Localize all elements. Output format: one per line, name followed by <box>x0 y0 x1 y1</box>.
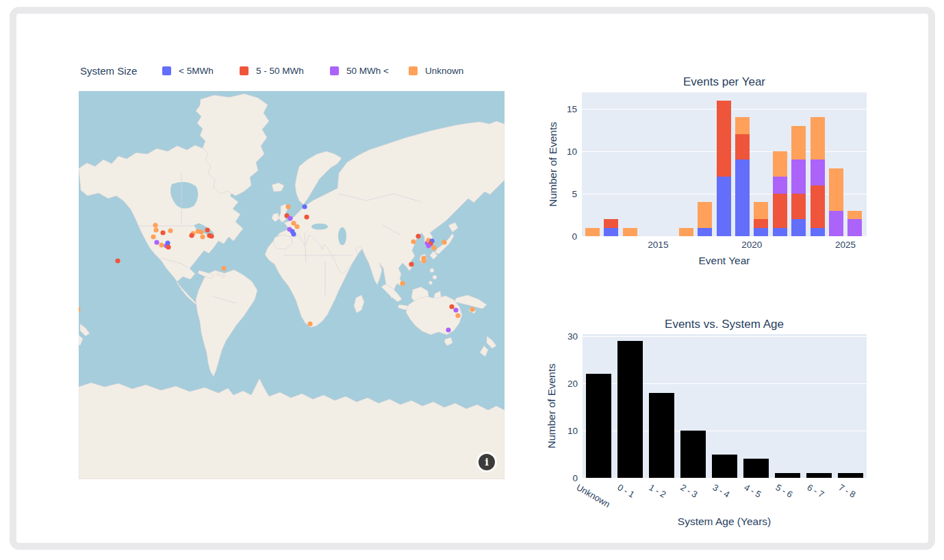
bar-segment-2024[interactable] <box>829 168 843 211</box>
info-icon[interactable]: i <box>479 454 495 470</box>
bar-segment-2025[interactable] <box>847 211 862 219</box>
events-per-year-plot-area[interactable] <box>582 92 867 236</box>
bar-segment-2013[interactable] <box>623 228 637 236</box>
x-axis-title: System Age (Years) <box>553 516 895 528</box>
bar-segment-2017[interactable] <box>698 202 712 227</box>
event-marker[interactable] <box>431 245 436 250</box>
legend-item-5-50mwh[interactable]: 5 - 50 MWh <box>240 66 304 76</box>
bar-segment-2023[interactable] <box>811 160 825 185</box>
bar-3 - 4[interactable] <box>712 455 737 478</box>
bar-segment-2020[interactable] <box>754 202 768 219</box>
bar-segment-2021[interactable] <box>773 177 787 194</box>
bar-0 - 1[interactable] <box>617 341 643 478</box>
event-marker[interactable] <box>453 307 458 312</box>
bar-segment-2022[interactable] <box>791 219 806 236</box>
y-tick-label: 20 <box>550 379 578 389</box>
event-marker[interactable] <box>199 229 203 234</box>
bar-segment-2024[interactable] <box>829 211 843 236</box>
event-marker[interactable] <box>221 266 226 270</box>
bar-segment-2023[interactable] <box>811 186 825 228</box>
bar-Unknown[interactable] <box>586 374 611 478</box>
event-marker[interactable] <box>288 216 292 220</box>
bar-segment-2022[interactable] <box>791 160 806 194</box>
event-marker[interactable] <box>455 313 460 318</box>
event-marker[interactable] <box>159 242 164 247</box>
event-marker[interactable] <box>449 304 454 309</box>
bar-segment-2018[interactable] <box>717 177 731 236</box>
event-marker[interactable] <box>168 228 173 233</box>
bar-segment-2012[interactable] <box>604 219 618 227</box>
chart-title: Events per Year <box>553 75 895 89</box>
legend-item-lt5mwh[interactable]: < 5MWh <box>162 66 214 76</box>
x-axis-title: Event Year <box>553 255 895 267</box>
bar-segment-2016[interactable] <box>679 228 693 236</box>
bar-1 - 2[interactable] <box>649 393 674 478</box>
bar-segment-2025[interactable] <box>847 219 862 236</box>
event-marker[interactable] <box>153 222 157 227</box>
event-marker[interactable] <box>304 214 309 219</box>
legend-item-unknown[interactable]: Unknown <box>409 66 463 76</box>
event-marker[interactable] <box>165 240 170 245</box>
event-marker[interactable] <box>307 321 312 326</box>
x-tick-label: 2025 <box>835 240 856 250</box>
event-marker[interactable] <box>200 234 205 239</box>
bar-segment-2023[interactable] <box>811 117 825 160</box>
event-marker[interactable] <box>294 224 299 229</box>
event-marker[interactable] <box>154 240 159 244</box>
event-marker[interactable] <box>302 204 307 209</box>
event-marker[interactable] <box>189 233 194 238</box>
event-marker[interactable] <box>400 281 405 285</box>
bar-segment-2020[interactable] <box>754 219 768 227</box>
bar-6 - 7[interactable] <box>806 473 832 478</box>
bar-2 - 3[interactable] <box>680 431 706 478</box>
event-marker[interactable] <box>153 227 158 232</box>
bar-segment-2011[interactable] <box>585 228 600 236</box>
bar-segment-2023[interactable] <box>811 228 825 236</box>
event-marker[interactable] <box>79 307 81 311</box>
event-marker[interactable] <box>115 258 120 263</box>
map-land-layer <box>79 94 505 479</box>
event-world-map[interactable]: i <box>79 91 505 479</box>
events-vs-system-age-chart: Events vs. System Age Number of Events S… <box>541 308 883 534</box>
event-marker[interactable] <box>205 227 209 232</box>
event-marker[interactable] <box>160 230 165 235</box>
bar-segment-2022[interactable] <box>791 194 806 219</box>
world-map-svg <box>79 91 505 479</box>
bar-segment-2012[interactable] <box>604 228 618 236</box>
y-tick-label: 0 <box>550 473 578 483</box>
legend-item-50mwh-plus[interactable]: 50 MWh < <box>330 66 389 76</box>
event-marker[interactable] <box>421 258 426 263</box>
event-marker[interactable] <box>442 240 446 244</box>
bar-segment-2019[interactable] <box>735 117 750 134</box>
bar-4 - 5[interactable] <box>743 459 769 478</box>
event-marker[interactable] <box>411 239 416 244</box>
legend-label: Unknown <box>425 66 463 76</box>
x-tick-label: 7 - 8 <box>837 482 857 500</box>
event-marker[interactable] <box>166 244 170 249</box>
bar-segment-2019[interactable] <box>735 134 750 160</box>
bar-segment-2019[interactable] <box>735 160 750 236</box>
event-marker[interactable] <box>291 231 296 236</box>
event-marker[interactable] <box>446 327 450 332</box>
x-tick-label: 6 - 7 <box>805 482 826 500</box>
bar-segment-2017[interactable] <box>698 228 712 236</box>
event-marker[interactable] <box>409 262 413 266</box>
x-tick-label: 4 - 5 <box>742 482 763 500</box>
legend-swatch-unknown <box>409 66 418 75</box>
bar-segment-2022[interactable] <box>791 126 806 160</box>
event-marker[interactable] <box>151 234 155 239</box>
event-marker[interactable] <box>416 233 420 238</box>
event-marker[interactable] <box>209 233 214 238</box>
bar-segment-2021[interactable] <box>773 151 787 177</box>
bar-segment-2021[interactable] <box>773 228 787 236</box>
event-marker[interactable] <box>285 204 290 209</box>
bar-5 - 6[interactable] <box>775 473 800 478</box>
event-marker[interactable] <box>470 307 474 311</box>
event-marker[interactable] <box>426 243 431 248</box>
bar-segment-2020[interactable] <box>754 228 768 236</box>
bar-7 - 8[interactable] <box>838 473 863 478</box>
bar-segment-2021[interactable] <box>773 194 787 228</box>
events-vs-system-age-plot-area[interactable] <box>583 334 867 478</box>
y-tick-label: 5 <box>550 189 577 199</box>
bar-segment-2018[interactable] <box>717 101 731 177</box>
